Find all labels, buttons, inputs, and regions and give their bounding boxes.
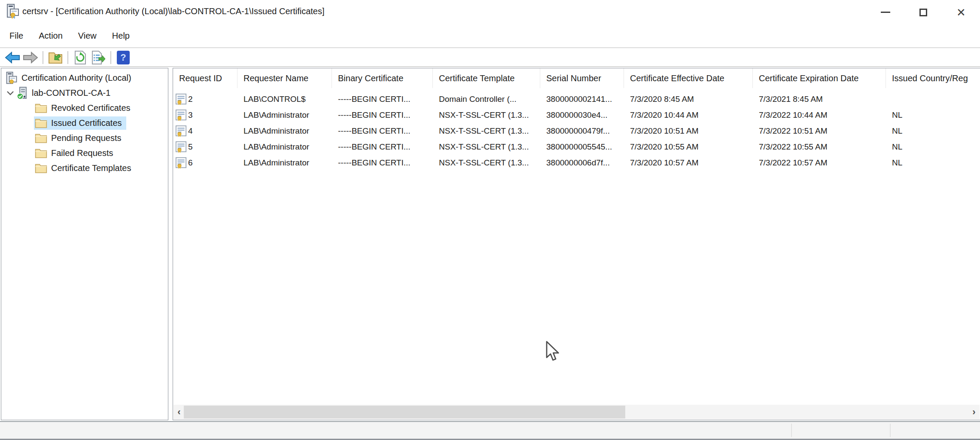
cell-effective-date: 7/3/2020 10:55 AM xyxy=(624,142,753,152)
column-header-effective-date[interactable]: Certificate Effective Date xyxy=(624,68,753,88)
cell-serial-number: 3800000002141... xyxy=(540,95,624,104)
certificate-icon xyxy=(175,141,187,153)
table-row[interactable]: 6 LAB\Administrator -----BEGIN CERTI... … xyxy=(173,155,980,171)
folder-icon xyxy=(35,148,47,159)
minimize-icon xyxy=(881,12,890,13)
minimize-button[interactable] xyxy=(867,0,904,24)
cell-expiration-date: 7/3/2022 10:57 AM xyxy=(753,158,886,168)
cell-serial-number: 3800000006d7f... xyxy=(540,158,624,168)
forward-icon xyxy=(23,52,38,64)
cell-effective-date: 7/3/2020 8:45 AM xyxy=(624,95,753,104)
refresh-button[interactable] xyxy=(71,49,89,66)
certsrv-app-icon xyxy=(6,4,19,18)
tree-node-certification-authority[interactable]: Certification Authority (Local) xyxy=(1,70,168,86)
column-header-certificate-template[interactable]: Certificate Template xyxy=(433,68,540,88)
cell-certificate-template: NSX-T-SSL-CERT (1.3... xyxy=(433,158,540,168)
cell-request-id: 5 xyxy=(188,142,193,152)
cell-issued-country: NL xyxy=(886,158,980,168)
title-bar: certsrv - [Certification Authority (Loca… xyxy=(0,0,980,24)
close-button[interactable]: ✕ xyxy=(942,0,980,24)
column-header-issued-country[interactable]: Issued Country/Reg xyxy=(886,68,980,88)
cell-requester-name: LAB\Administrator xyxy=(237,158,332,168)
cell-certificate-template: Domain Controller (... xyxy=(433,95,540,104)
tree-node-pending-requests[interactable]: Pending Requests xyxy=(1,131,168,146)
horizontal-scrollbar[interactable]: ‹ › xyxy=(173,405,980,419)
export-list-button[interactable] xyxy=(89,49,107,66)
help-icon: ? xyxy=(117,51,130,64)
close-icon: ✕ xyxy=(956,7,966,18)
cell-issued-country: NL xyxy=(886,142,980,152)
cell-requester-name: LAB\Administrator xyxy=(237,142,332,152)
tree-node-label: Certification Authority (Local) xyxy=(21,73,131,83)
toolbar-separator xyxy=(67,51,68,64)
selected-tree-item: Issued Certificates xyxy=(34,116,126,130)
table-row[interactable]: 5 LAB\Administrator -----BEGIN CERTI... … xyxy=(173,139,980,155)
ca-server-icon xyxy=(17,87,28,100)
scroll-right-arrow-icon[interactable]: › xyxy=(968,405,980,419)
forward-button[interactable] xyxy=(21,49,40,66)
cell-request-id: 2 xyxy=(188,95,193,104)
cell-effective-date: 7/3/2020 10:51 AM xyxy=(624,126,753,136)
column-header-request-id[interactable]: Request ID xyxy=(173,68,237,88)
tree-node-ca-server[interactable]: lab-CONTROL-CA-1 xyxy=(1,86,168,101)
cell-expiration-date: 7/3/2021 8:45 AM xyxy=(753,95,886,104)
scroll-left-arrow-icon[interactable]: ‹ xyxy=(173,405,185,419)
tree-node-label: Failed Requests xyxy=(51,148,113,158)
cell-requester-name: LAB\CONTROL$ xyxy=(237,95,332,104)
up-one-level-button[interactable] xyxy=(46,49,64,66)
folder-icon xyxy=(35,118,47,128)
scrollbar-thumb[interactable] xyxy=(184,406,625,419)
column-header-expiration-date[interactable]: Certificate Expiration Date xyxy=(753,68,886,88)
certificate-icon xyxy=(175,109,187,121)
table-row[interactable]: 3 LAB\Administrator -----BEGIN CERTI... … xyxy=(173,107,980,123)
cell-binary-certificate: -----BEGIN CERTI... xyxy=(332,126,433,136)
menu-bar: File Action View Help xyxy=(0,24,980,48)
cell-binary-certificate: -----BEGIN CERTI... xyxy=(332,110,433,120)
cell-serial-number: 3800000030e4... xyxy=(540,110,624,120)
tree-node-revoked-certificates[interactable]: Revoked Certificates xyxy=(1,101,168,116)
back-button[interactable] xyxy=(3,49,21,66)
maximize-icon xyxy=(919,9,927,16)
back-icon xyxy=(5,52,20,64)
certificate-icon xyxy=(175,125,187,137)
tree-node-certificate-templates[interactable]: Certificate Templates xyxy=(1,161,168,176)
tree-node-label: Certificate Templates xyxy=(51,163,131,173)
cell-issued-country: NL xyxy=(886,126,980,136)
table-row[interactable]: 4 LAB\Administrator -----BEGIN CERTI... … xyxy=(173,123,980,139)
help-button[interactable]: ? xyxy=(114,49,132,66)
column-header-serial-number[interactable]: Serial Number xyxy=(540,68,624,88)
menu-file[interactable]: File xyxy=(9,31,23,41)
window-controls: ✕ xyxy=(867,0,980,24)
tree-node-issued-certificates[interactable]: Issued Certificates xyxy=(1,116,168,131)
tree-node-failed-requests[interactable]: Failed Requests xyxy=(1,146,168,161)
certificate-icon xyxy=(175,157,187,168)
toolbar-separator xyxy=(110,51,111,64)
status-bar xyxy=(0,421,980,440)
menu-view[interactable]: View xyxy=(78,31,97,41)
cell-serial-number: 3800000005545... xyxy=(540,142,624,152)
refresh-icon xyxy=(74,50,87,65)
folder-icon xyxy=(35,163,47,174)
certificate-icon xyxy=(175,93,187,105)
cell-expiration-date: 7/3/2022 10:55 AM xyxy=(753,142,886,152)
cell-requester-name: LAB\Administrator xyxy=(237,126,332,136)
cell-issued-country: NL xyxy=(886,110,980,120)
maximize-button[interactable] xyxy=(904,0,942,24)
column-header-requester-name[interactable]: Requester Name xyxy=(237,68,332,88)
status-bar-divider xyxy=(791,424,792,437)
cell-certificate-template: NSX-T-SSL-CERT (1.3... xyxy=(433,110,540,120)
issued-certificates-list-pane: Request ID Requester Name Binary Certifi… xyxy=(173,68,980,420)
list-rows: 2 LAB\CONTROL$ -----BEGIN CERTI... Domai… xyxy=(173,88,980,171)
menu-help[interactable]: Help xyxy=(112,31,130,41)
tree-node-label: Pending Requests xyxy=(51,133,121,143)
column-header-binary-certificate[interactable]: Binary Certificate xyxy=(332,68,433,88)
cell-request-id: 6 xyxy=(188,158,193,168)
tree-node-label: Revoked Certificates xyxy=(51,103,131,113)
cell-binary-certificate: -----BEGIN CERTI... xyxy=(332,142,433,152)
chevron-down-icon[interactable] xyxy=(6,89,15,98)
table-row[interactable]: 2 LAB\CONTROL$ -----BEGIN CERTI... Domai… xyxy=(173,91,980,107)
menu-action[interactable]: Action xyxy=(39,31,63,41)
tree-node-label: Issued Certificates xyxy=(51,118,122,128)
folder-icon xyxy=(35,103,47,113)
export-list-icon xyxy=(91,50,106,65)
